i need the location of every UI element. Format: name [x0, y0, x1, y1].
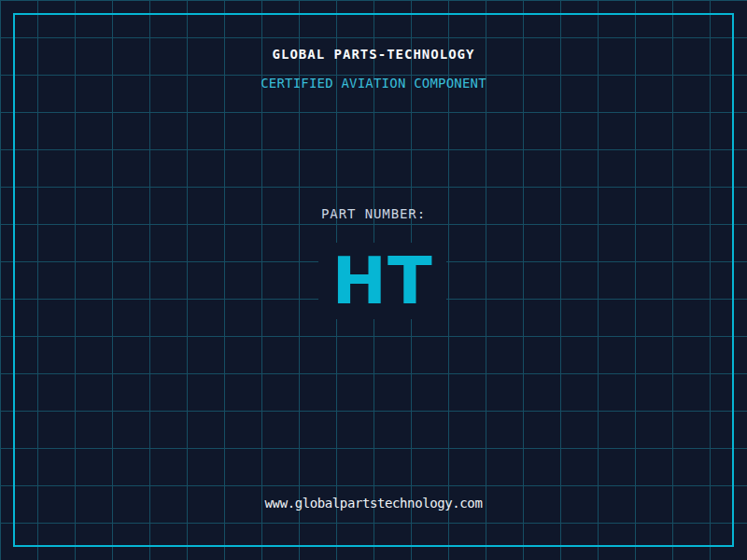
certification-subtitle: CERTIFIED AVIATION COMPONENT [0, 76, 747, 91]
website-url: www.globalpartstechnology.com [0, 496, 747, 511]
company-title: GLOBAL PARTS-TECHNOLOGY [0, 47, 747, 62]
part-number-value: HT [318, 243, 445, 319]
part-number-label: PART NUMBER: [0, 206, 747, 221]
part-number-row: HT [0, 243, 747, 319]
